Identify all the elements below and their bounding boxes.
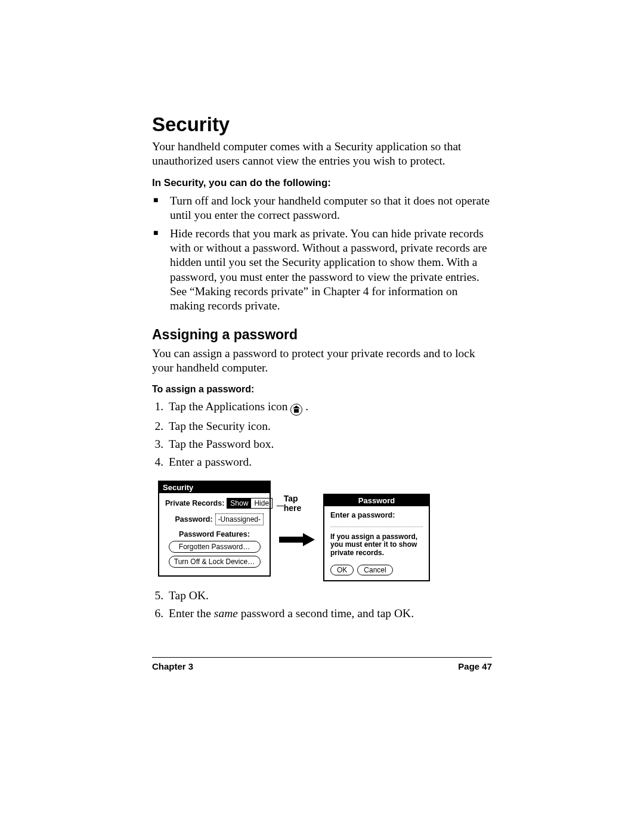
step-item: Enter the same password a second time, a… (166, 606, 492, 621)
password-info-text: If you assign a password, you must enter… (330, 533, 423, 558)
applications-home-icon (290, 404, 302, 416)
svg-marker-1 (303, 533, 315, 546)
step-item: Tap the Applications icon . (166, 400, 492, 416)
password-features-label: Password Features: (165, 530, 264, 538)
section-heading-security: Security (152, 113, 492, 136)
assign-intro-paragraph: You can assign a password to protect you… (152, 346, 492, 376)
document-page: Security Your handheld computer comes wi… (0, 0, 644, 833)
step6-italic: same (214, 607, 238, 620)
steps-label: To assign a password: (152, 384, 492, 395)
password-dialog-title: Password (324, 495, 429, 506)
step6-suffix: password a second time, and tap OK. (238, 607, 414, 620)
password-field-label: Password: (175, 515, 212, 524)
password-field-value[interactable]: -Unassigned- (215, 513, 264, 525)
step-item: Tap OK. (166, 589, 492, 603)
turn-off-lock-button[interactable]: Turn Off & Lock Device… (169, 556, 261, 568)
footer-chapter: Chapter 3 (152, 661, 193, 671)
bullet-list: Turn off and lock your handheld computer… (152, 194, 492, 314)
intro-paragraph: Your handheld computer comes with a Secu… (152, 140, 492, 169)
security-dialog-title: Security (159, 482, 270, 493)
password-dialog-body: Enter a password: If you assign a passwo… (324, 506, 429, 580)
page-footer: Chapter 3 Page 47 (152, 657, 492, 671)
private-records-toggle[interactable]: Show Hide (227, 498, 273, 509)
private-records-label: Private Records: (165, 499, 224, 507)
step-item: Tap the Password box. (166, 437, 492, 451)
step6-prefix: Enter the (169, 607, 214, 620)
security-dialog-body: Private Records: Show Hide Password: -Un… (159, 493, 270, 575)
figure-security-dialogs: Security Private Records: Show Hide Pass… (158, 481, 492, 581)
svg-rect-0 (279, 537, 303, 543)
password-input[interactable] (330, 521, 423, 527)
bullet-item: Turn off and lock your handheld computer… (166, 194, 492, 223)
tap-here-label: Tap here (284, 494, 317, 513)
steps-list: Tap the Applications icon . Tap the Secu… (152, 400, 492, 470)
security-dialog: Security Private Records: Show Hide Pass… (158, 481, 271, 577)
forgotten-password-button[interactable]: Forgotten Password… (169, 541, 261, 553)
arrow-icon (279, 533, 315, 546)
password-prompt: Enter a password: (330, 511, 423, 519)
step-item: Tap the Security icon. (166, 419, 492, 433)
step-text: Tap the Applications icon (169, 400, 288, 413)
steps-list-continued: Tap OK. Enter the same password a second… (152, 589, 492, 621)
toggle-hide[interactable]: Hide (251, 498, 272, 508)
subsection-heading-assigning: Assigning a password (152, 327, 492, 343)
password-dialog: Password Enter a password: If you assign… (323, 494, 430, 581)
can-do-label: In Security, you can do the following: (152, 177, 492, 189)
ok-button[interactable]: OK (330, 565, 354, 575)
cancel-button[interactable]: Cancel (357, 565, 392, 575)
step-item: Enter a password. (166, 455, 492, 469)
footer-page: Page 47 (458, 661, 492, 671)
figure-callout: Tap here (277, 481, 317, 546)
bullet-item: Hide records that you mark as private. Y… (166, 227, 492, 314)
toggle-show[interactable]: Show (227, 498, 251, 508)
